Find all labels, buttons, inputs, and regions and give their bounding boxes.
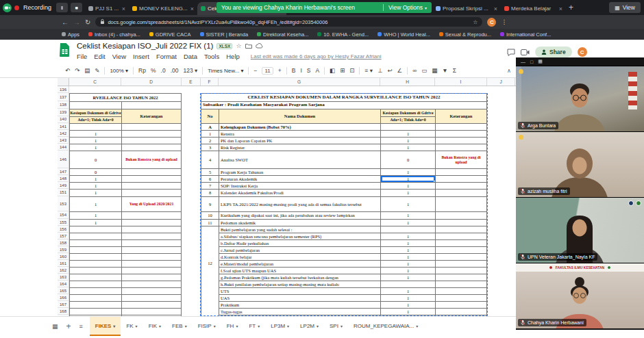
grid-cell[interactable]: 10 <box>201 211 219 219</box>
grid-cell[interactable] <box>121 253 182 260</box>
toolbar-undo-icon[interactable]: ↶ <box>65 67 70 74</box>
grid-cell[interactable] <box>121 281 182 287</box>
dropdown-caret-icon[interactable]: ▾ <box>340 324 343 328</box>
toolbar-currency-format-icon[interactable]: Rp <box>138 67 146 74</box>
grid-cell[interactable] <box>435 281 487 287</box>
star-icon[interactable]: ☆ <box>236 42 241 49</box>
toolbar-strikethrough-icon[interactable]: S <box>307 67 311 74</box>
participant-tile[interactable]: azizah musliha fitri <box>516 131 644 197</box>
grid-cell[interactable]: Bukti pembelajaran yang sudah selesai : <box>219 226 380 233</box>
grid-cell[interactable]: Renstra <box>219 130 380 137</box>
grid-cell[interactable]: 1 <box>380 175 435 182</box>
toolbar-collapse-icon[interactable]: ∧ <box>507 68 511 74</box>
grid-cell[interactable] <box>380 281 435 287</box>
row-header-142[interactable]: 142 <box>58 130 69 137</box>
grid-cell[interactable] <box>201 267 219 274</box>
grid-cell[interactable] <box>121 175 182 182</box>
back-icon[interactable]: ← <box>62 18 69 26</box>
grid-cell[interactable]: 1 <box>380 144 435 151</box>
dropdown-caret-icon[interactable]: ▾ <box>136 324 138 328</box>
grid-cell[interactable] <box>121 226 182 233</box>
url-field[interactable]: docs.google.com/spreadsheets/d/1NAvziPYX… <box>95 17 482 27</box>
grid-cell[interactable] <box>435 123 487 130</box>
dropdown-caret-icon[interactable]: ▾ <box>287 324 289 328</box>
sheet-tab-lp3m[interactable]: LP3M▾ <box>265 317 295 336</box>
toolbar-borders-icon[interactable]: ⊞ <box>340 67 345 74</box>
sheet-tab-fik[interactable]: FIK▾ <box>143 317 166 336</box>
toolbar-vertical-align-icon[interactable]: ⊥ <box>377 67 382 74</box>
row-header-147[interactable]: 147 <box>58 168 69 175</box>
all-sheets-grid-icon[interactable]: ▦ <box>52 323 58 330</box>
menu-file[interactable]: File <box>77 53 87 60</box>
row-header-155[interactable]: 155 <box>58 219 69 226</box>
row-header-137[interactable]: 137 <box>58 93 69 101</box>
grid-cell[interactable]: LKPS TA.2021/2022 masing-masing prodi ya… <box>219 196 380 211</box>
grid-cell[interactable] <box>69 260 121 267</box>
toolbar-fill-color-icon[interactable]: ◧ <box>330 67 335 74</box>
bookmark-item[interactable]: WHO | World Heal... <box>377 31 430 38</box>
grid-cell[interactable] <box>69 294 121 301</box>
grid-cell[interactable]: SOP/ Instruksi Kerja <box>219 182 380 189</box>
grid-cell[interactable]: f.Soal ujian UTS maupun UAS <box>219 267 380 274</box>
grid-cell[interactable] <box>121 182 182 189</box>
bookmark-item[interactable]: Apps <box>62 31 79 38</box>
grid-cell[interactable] <box>69 253 121 260</box>
grid-cell[interactable] <box>435 137 487 144</box>
grid-cell[interactable] <box>69 267 121 274</box>
sheet-tab-lp2m[interactable]: LP2M▾ <box>295 317 324 336</box>
grid-cell[interactable] <box>435 260 487 267</box>
grid-cell[interactable]: a.Silabus/ siapkan rencana pembelajaran … <box>219 233 380 239</box>
sheet-tab-fk[interactable]: FK▾ <box>121 317 143 336</box>
grid-cell[interactable] <box>69 281 121 287</box>
toolbar-merge-cells-icon[interactable]: ⊡ <box>349 67 354 74</box>
grid-cell[interactable] <box>201 274 219 281</box>
grid-cell[interactable] <box>435 274 487 281</box>
grid-cell[interactable]: 0 <box>69 168 121 175</box>
forward-icon[interactable]: → <box>73 18 80 26</box>
grid-cell[interactable] <box>121 211 182 219</box>
grid-cell[interactable] <box>435 144 487 151</box>
grid-cell[interactable]: 1 <box>69 130 121 137</box>
grid-cell[interactable] <box>435 226 487 233</box>
bookmark-item[interactable]: Direktorat Keseha... <box>257 31 308 38</box>
dropdown-caret-icon[interactable]: ▾ <box>185 324 187 328</box>
row-header-164[interactable]: 164 <box>58 281 69 287</box>
grid-cell[interactable] <box>201 233 219 239</box>
row-header-148[interactable]: 148 <box>58 175 69 182</box>
grid-cell[interactable]: 1 <box>380 137 435 144</box>
sheet-tab-roum-kepegawaia-[interactable]: ROUM_KEPEGAWAIA...▾ <box>348 317 423 336</box>
toolbar-text-rotate-icon[interactable]: ∠ <box>397 67 403 74</box>
grid-cell[interactable]: 9 <box>201 196 219 211</box>
grid-cell[interactable]: Kelengkapan Dokumen (Bobot 70%) <box>219 123 380 130</box>
move-folder-icon[interactable] <box>245 43 252 49</box>
grid-cell[interactable]: 1 <box>380 233 435 239</box>
grid-cell[interactable]: Tugas-tugas <box>219 308 380 315</box>
row-header-143[interactable]: 143 <box>58 137 69 144</box>
toolbar-decrease-decimal-icon[interactable]: .0 <box>161 67 166 74</box>
browser-tab[interactable]: MONEV KELENG...× <box>129 2 197 15</box>
grid-cell[interactable] <box>121 168 182 175</box>
grid-cell[interactable]: 1 <box>380 130 435 137</box>
grid-cell[interactable]: CEKLIST KESIAPAN DOKUMEN DALAM RANGKA SU… <box>201 93 487 101</box>
column-header-C[interactable]: C <box>69 78 121 86</box>
bookmark-star-icon[interactable]: ☆ <box>473 19 478 25</box>
grid-cell[interactable]: 1 <box>380 274 435 281</box>
grid-cell[interactable]: 1 <box>380 287 435 294</box>
grid-cell[interactable] <box>435 239 487 246</box>
toolbar-font-size-increase[interactable]: + <box>278 67 282 74</box>
grid-cell[interactable] <box>201 239 219 246</box>
bookmark-item[interactable]: SISTER | Beranda <box>200 31 249 38</box>
toolbar-zoom-select[interactable]: 100% ▾ <box>110 68 128 74</box>
grid-cell[interactable] <box>201 281 219 287</box>
row-header-162[interactable]: 162 <box>58 267 69 274</box>
row-header-168[interactable]: 168 <box>58 308 69 315</box>
comment-icon[interactable] <box>507 49 515 56</box>
grid-cell[interactable] <box>69 287 121 294</box>
grid-cell[interactable]: 0 <box>380 151 435 168</box>
grid-cell[interactable]: 1 <box>69 196 121 211</box>
tab-close-icon[interactable]: × <box>122 5 125 12</box>
pause-recording-button[interactable]: ‖ <box>56 3 68 12</box>
column-header-E[interactable]: E <box>182 78 201 86</box>
grid-cell[interactable]: 8 <box>201 189 219 196</box>
grid-cell[interactable]: 4 <box>201 151 219 168</box>
